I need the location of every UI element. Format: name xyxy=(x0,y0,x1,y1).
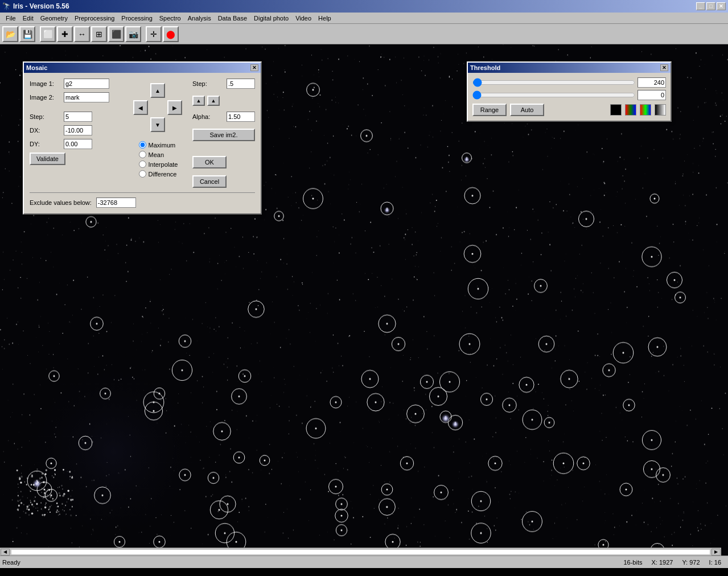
toolbar-resize[interactable]: ↔ xyxy=(74,26,90,42)
threshold-value-2[interactable] xyxy=(637,90,666,100)
threshold-content: Range Auto xyxy=(468,73,671,121)
right-step-row: Step: xyxy=(192,79,255,89)
mosaic-center: ▲ ◀ ▶ ▼ Maximum xyxy=(129,79,188,188)
color-black[interactable] xyxy=(610,104,622,116)
image2-input[interactable] xyxy=(64,92,109,102)
mosaic-main-row: Image 1: Image 2: Step: DX: xyxy=(30,79,255,188)
close-button[interactable]: ✕ xyxy=(717,2,726,10)
dx-label: DX: xyxy=(30,127,64,134)
minimize-button[interactable]: _ xyxy=(696,2,705,10)
arrow-right[interactable]: ▶ xyxy=(167,100,182,115)
alpha-up1[interactable]: ▲ xyxy=(192,96,205,106)
arrow-pad: ▲ ◀ ▶ ▼ xyxy=(133,83,183,133)
mosaic-dialog: Mosaic ✕ Image 1: Image 2: Step xyxy=(23,61,262,215)
alpha-input[interactable] xyxy=(227,112,255,122)
title-bar: 🔭 Iris - Version 5.56 _ □ ✕ xyxy=(0,0,728,13)
radio-difference-input[interactable] xyxy=(139,170,146,178)
toolbar-camera[interactable]: 📷 xyxy=(125,26,141,42)
status-info: 16-bits X: 1927 Y: 972 I: 16 xyxy=(623,559,721,566)
toolbar: 📂 💾 ⬜ ✚ ↔ ⊞ ⬛ 📷 ✛ ⬤ xyxy=(0,24,728,44)
menu-spectro[interactable]: Spectro xyxy=(156,14,184,23)
maximize-button[interactable]: □ xyxy=(706,2,715,10)
blend-mode-group: Maximum Mean Interpolate Difference xyxy=(139,141,178,178)
menu-preprocessing[interactable]: Preprocessing xyxy=(71,14,118,23)
color-green[interactable] xyxy=(625,104,636,116)
radio-mean-label: Mean xyxy=(149,151,164,158)
menu-video[interactable]: Video xyxy=(292,14,315,23)
alpha-row: Alpha: xyxy=(192,112,255,122)
toolbar-open[interactable]: 📂 xyxy=(2,26,18,42)
arrow-down[interactable]: ▼ xyxy=(150,117,165,132)
window-controls: _ □ ✕ xyxy=(696,2,726,10)
validate-button[interactable]: Validate xyxy=(30,153,65,165)
mosaic-close-button[interactable]: ✕ xyxy=(250,64,258,71)
toolbar-move[interactable]: ✛ xyxy=(146,26,162,42)
save-im2-button[interactable]: Save im2. xyxy=(192,129,255,141)
exclude-label: Exclude values below: xyxy=(30,199,92,206)
right-step-label: Step: xyxy=(192,80,227,87)
arrow-up[interactable]: ▲ xyxy=(150,83,165,98)
radio-maximum[interactable]: Maximum xyxy=(139,141,178,149)
radio-mean[interactable]: Mean xyxy=(139,151,178,158)
menu-digital-photo[interactable]: Digital photo xyxy=(250,14,292,23)
menu-file[interactable]: File xyxy=(2,14,19,23)
image2-row: Image 2: xyxy=(30,92,124,102)
cancel-button[interactable]: Cancel xyxy=(192,175,227,188)
alpha-up2[interactable]: ▲ xyxy=(207,96,220,106)
radio-difference[interactable]: Difference xyxy=(139,170,178,178)
range-button[interactable]: Range xyxy=(472,104,507,116)
image1-input[interactable] xyxy=(64,79,109,89)
radio-interpolate-label: Interpolate xyxy=(149,161,178,168)
threshold-titlebar: Threshold ✕ xyxy=(468,63,671,73)
dy-input[interactable] xyxy=(64,139,92,149)
arrow-left[interactable]: ◀ xyxy=(133,100,148,115)
image1-label: Image 1: xyxy=(30,80,64,87)
status-bar: Ready 16-bits X: 1927 Y: 972 I: 16 xyxy=(0,556,728,568)
status-bits: 16-bits xyxy=(623,559,642,566)
toolbar-save[interactable]: 💾 xyxy=(19,26,35,42)
ok-button[interactable]: OK xyxy=(192,156,227,168)
menu-analysis[interactable]: Analysis xyxy=(184,14,215,23)
mosaic-title: Mosaic xyxy=(26,64,47,71)
menu-edit[interactable]: Edit xyxy=(19,14,37,23)
exclude-input[interactable] xyxy=(96,198,136,208)
radio-mean-input[interactable] xyxy=(139,151,146,158)
menu-database[interactable]: Data Base xyxy=(215,14,250,23)
threshold-value-1[interactable] xyxy=(637,77,666,88)
status-i: I: 16 xyxy=(709,559,721,566)
toolbar-dark[interactable]: ⬛ xyxy=(108,26,124,42)
menu-processing[interactable]: Processing xyxy=(118,14,155,23)
step-label: Step: xyxy=(30,113,64,120)
toolbar-crosshair[interactable]: ✚ xyxy=(57,26,73,42)
radio-maximum-input[interactable] xyxy=(139,141,146,149)
toolbar-dot[interactable]: ⬤ xyxy=(163,26,179,42)
step-row: Step: xyxy=(30,112,124,122)
mosaic-left: Image 1: Image 2: Step: DX: xyxy=(30,79,124,188)
dx-input[interactable] xyxy=(64,125,92,135)
menu-geometry[interactable]: Geometry xyxy=(37,14,71,23)
right-step-input[interactable] xyxy=(227,79,255,89)
menu-help[interactable]: Help xyxy=(315,14,335,23)
threshold-slider-1[interactable] xyxy=(472,78,635,87)
radio-interpolate-input[interactable] xyxy=(139,161,146,168)
step-input[interactable] xyxy=(64,112,92,122)
status-ready: Ready xyxy=(2,559,623,566)
threshold-slider-2[interactable] xyxy=(472,90,635,100)
radio-interpolate[interactable]: Interpolate xyxy=(139,161,178,168)
mosaic-right: Step: ▲ ▲ Alpha: Save im2. OK xyxy=(192,79,255,188)
radio-difference-label: Difference xyxy=(149,171,177,178)
toolbar-select[interactable]: ⬜ xyxy=(40,26,56,42)
mosaic-bottom: Exclude values below: xyxy=(30,192,255,208)
main-area: Mosaic ✕ Image 1: Image 2: Step xyxy=(0,44,728,568)
color-rgb[interactable] xyxy=(640,104,651,116)
threshold-dialog: Threshold ✕ Range Auto xyxy=(467,61,672,122)
toolbar-grid[interactable]: ⊞ xyxy=(91,26,107,42)
horizontal-scrollbar[interactable]: ◀ ▶ xyxy=(0,548,721,556)
status-y: Y: 972 xyxy=(682,559,700,566)
alpha-label: Alpha: xyxy=(192,113,227,120)
color-gradient[interactable] xyxy=(655,104,666,116)
menu-bar: File Edit Geometry Preprocessing Process… xyxy=(0,13,728,24)
auto-button[interactable]: Auto xyxy=(510,104,544,116)
threshold-buttons: Range Auto xyxy=(472,104,666,116)
threshold-close-button[interactable]: ✕ xyxy=(660,64,668,71)
